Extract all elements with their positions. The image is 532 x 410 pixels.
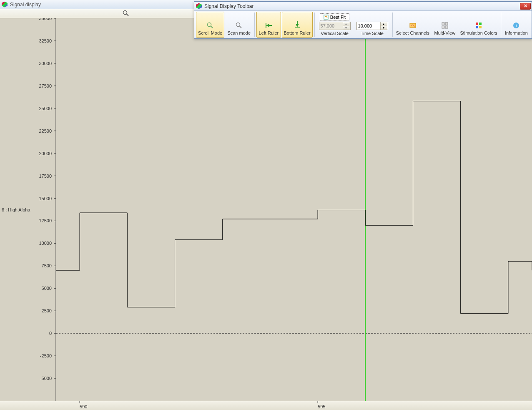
left-ruler-button[interactable]: Left Ruler — [256, 12, 281, 38]
channel-label: 6 : High Alpha — [2, 207, 30, 212]
app-icon — [2, 2, 8, 8]
vertical-scale-group: Best Fit ▲▼ Vertical Scale — [316, 12, 353, 38]
vertical-scale-spin[interactable]: ▲▼ — [343, 22, 349, 30]
close-button[interactable]: ✕ — [520, 3, 531, 10]
multi-view-button[interactable]: Multi-View — [432, 12, 457, 38]
vertical-scale-label: Vertical Scale — [321, 31, 349, 36]
chart-canvas: 3500032500300002750025000225002000017500… — [0, 18, 532, 401]
left-ruler-label: Left Ruler — [259, 30, 279, 35]
information-label: Information — [505, 30, 528, 35]
svg-line-5 — [240, 26, 242, 28]
bottom-ruler-button[interactable]: Bottom Ruler — [282, 12, 313, 38]
svg-text:17500: 17500 — [39, 174, 52, 179]
svg-rect-14 — [442, 23, 444, 25]
bottom-ruler-icon — [294, 21, 301, 29]
svg-point-2 — [208, 23, 211, 27]
bottom-ruler-bar: 590595 — [0, 401, 532, 410]
information-button[interactable]: i Information — [503, 12, 530, 38]
svg-text:15000: 15000 — [39, 196, 52, 201]
svg-text:2500: 2500 — [42, 308, 52, 313]
select-channels-button[interactable]: Select Channels — [394, 12, 431, 38]
svg-rect-17 — [445, 26, 448, 28]
svg-rect-16 — [442, 26, 444, 28]
svg-text:35000: 35000 — [39, 18, 52, 21]
separator — [314, 13, 315, 37]
svg-rect-18 — [476, 23, 478, 25]
best-fit-button[interactable]: Best Fit — [320, 13, 349, 21]
separator — [501, 13, 501, 37]
vertical-scale-input[interactable] — [319, 23, 343, 28]
vertical-scale-spinbox[interactable]: ▲▼ — [319, 22, 351, 30]
scan-mode-button[interactable]: Scan mode — [225, 12, 253, 38]
toolbar-titlebar[interactable]: Signal Display Toolbar ✕ — [194, 2, 532, 11]
svg-text:7500: 7500 — [42, 263, 52, 268]
svg-text:12500: 12500 — [39, 218, 52, 223]
svg-text:10000: 10000 — [39, 241, 52, 246]
time-scale-label: Time Scale — [361, 31, 384, 36]
bottom-ruler-label: Bottom Ruler — [284, 30, 311, 35]
svg-text:25000: 25000 — [39, 106, 52, 111]
svg-text:0: 0 — [49, 331, 52, 336]
time-scale-input[interactable] — [357, 23, 380, 28]
svg-line-3 — [211, 26, 213, 28]
magnifier-icon — [207, 22, 213, 29]
scan-mode-label: Scan mode — [227, 30, 251, 35]
time-scale-group: ▲▼ Time Scale — [354, 12, 391, 38]
zoom-icon[interactable] — [123, 10, 129, 18]
best-fit-icon — [324, 15, 329, 20]
svg-text:20000: 20000 — [39, 151, 52, 156]
toolbar-window: Signal Display Toolbar ✕ Scroll Mode Sca… — [194, 1, 532, 39]
separator — [392, 13, 393, 37]
info-icon: i — [513, 22, 519, 29]
svg-text:27500: 27500 — [39, 83, 52, 88]
svg-rect-21 — [479, 26, 482, 28]
stimulation-colors-label: Stimulation Colors — [460, 30, 497, 35]
svg-text:22500: 22500 — [39, 128, 52, 133]
left-ruler-icon — [264, 22, 273, 29]
best-fit-label: Best Fit — [330, 15, 346, 20]
select-channels-label: Select Channels — [396, 30, 429, 35]
svg-rect-15 — [445, 23, 448, 25]
separator — [254, 13, 255, 37]
svg-text:595: 595 — [318, 404, 325, 409]
svg-text:-2500: -2500 — [40, 353, 52, 358]
toolbar-body: Scroll Mode Scan mode Left Ruler Bottom … — [194, 11, 532, 38]
svg-text:i: i — [516, 23, 517, 28]
toolbar-title: Signal Display Toolbar — [204, 3, 254, 9]
x-axis: 590595 — [0, 401, 532, 410]
svg-text:590: 590 — [80, 404, 87, 409]
multi-view-icon — [442, 22, 448, 29]
svg-text:32500: 32500 — [39, 38, 52, 43]
time-scale-spinbox[interactable]: ▲▼ — [356, 22, 388, 30]
app-icon — [196, 3, 202, 9]
signal-chart[interactable]: 6 : High Alpha 3500032500300002750025000… — [0, 18, 532, 410]
svg-text:5000: 5000 — [42, 286, 52, 291]
svg-rect-19 — [479, 23, 482, 25]
scroll-mode-label: Scroll Mode — [198, 30, 222, 35]
svg-text:30000: 30000 — [39, 61, 52, 66]
magnifier-icon — [236, 22, 242, 29]
svg-point-4 — [236, 23, 240, 27]
svg-line-1 — [127, 14, 129, 16]
svg-rect-13 — [410, 23, 416, 28]
scroll-mode-button[interactable]: Scroll Mode — [196, 12, 224, 38]
window-title: Signal display — [10, 2, 41, 8]
svg-marker-10 — [296, 24, 299, 27]
stimulation-colors-icon — [475, 22, 482, 29]
svg-text:-5000: -5000 — [40, 376, 52, 381]
svg-rect-20 — [476, 26, 478, 28]
svg-point-0 — [123, 11, 127, 15]
svg-marker-7 — [266, 24, 269, 27]
stimulation-colors-button[interactable]: Stimulation Colors — [458, 12, 499, 38]
time-scale-spin[interactable]: ▲▼ — [380, 22, 387, 30]
select-channels-icon — [409, 22, 416, 29]
multi-view-label: Multi-View — [434, 30, 456, 35]
